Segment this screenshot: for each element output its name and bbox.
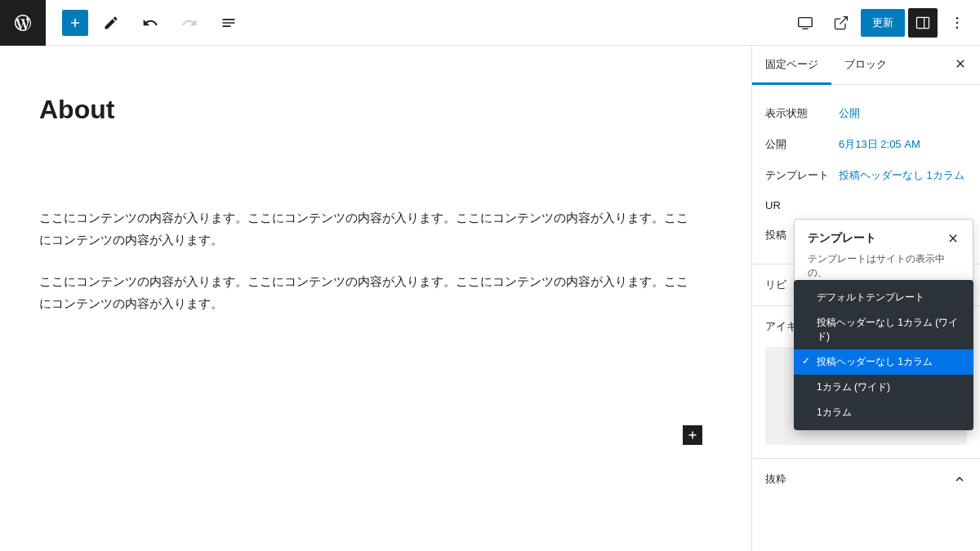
excerpt-section: 抜粋 — [752, 458, 980, 500]
redo-icon — [173, 7, 206, 39]
revisions-label: リビ — [765, 278, 786, 292]
close-popover-icon[interactable] — [947, 232, 960, 245]
dropdown-item[interactable]: 投稿ヘッダーなし 1カラム — [794, 349, 973, 375]
svg-point-3 — [956, 21, 959, 24]
document-outline-icon[interactable] — [212, 7, 245, 39]
editor-canvas[interactable]: About ここにコンテンツの内容が入ります。ここにコンテンツの内容が入ります。… — [0, 46, 751, 551]
dropdown-item[interactable]: 投稿ヘッダーなし 1カラム (ワイド) — [794, 310, 973, 349]
dropdown-item[interactable]: 1カラム — [794, 400, 973, 425]
top-toolbar: 更新 — [0, 0, 980, 46]
svg-rect-0 — [799, 17, 813, 26]
tab-block[interactable]: ブロック — [831, 46, 900, 84]
wordpress-logo[interactable] — [0, 0, 46, 46]
publish-field: 公開 6月13日 2:05 AM — [765, 129, 967, 160]
device-preview-icon[interactable] — [789, 7, 822, 39]
edit-icon[interactable] — [95, 7, 127, 39]
toolbar-right-group: 更新 — [789, 7, 980, 39]
add-block-button[interactable] — [62, 10, 88, 36]
status-value[interactable]: 公開 — [839, 106, 967, 121]
url-label: UR — [765, 199, 839, 211]
external-link-icon[interactable] — [825, 7, 858, 39]
url-field: UR — [765, 191, 967, 220]
template-dropdown: デフォルトテンプレート 投稿ヘッダーなし 1カラム (ワイド) 投稿ヘッダーなし… — [794, 280, 973, 430]
undo-icon[interactable] — [134, 7, 167, 39]
excerpt-header[interactable]: 抜粋 — [752, 459, 980, 500]
excerpt-label: 抜粋 — [765, 472, 786, 487]
publish-label: 公開 — [765, 137, 839, 152]
sidebar-tabs: 固定ページ ブロック — [752, 46, 980, 85]
svg-point-2 — [956, 16, 959, 19]
template-popover: テンプレート テンプレートはサイトの表示中の、 — [794, 219, 973, 289]
chevron-up-icon — [952, 472, 967, 487]
svg-point-4 — [956, 26, 959, 29]
paragraph-block[interactable]: ここにコンテンツの内容が入ります。ここにコンテンツの内容が入ります。ここにコンテ… — [39, 270, 693, 314]
content-area: ここにコンテンツの内容が入ります。ここにコンテンツの内容が入ります。ここにコンテ… — [39, 207, 712, 314]
svg-rect-1 — [917, 17, 929, 28]
close-sidebar-icon[interactable] — [941, 46, 980, 84]
toolbar-left-group — [46, 7, 245, 39]
template-value[interactable]: 投稿ヘッダーなし 1カラム — [839, 168, 967, 183]
update-button[interactable]: 更新 — [861, 9, 905, 37]
status-field: 表示状態 公開 — [765, 98, 967, 129]
popover-title: テンプレート — [808, 231, 876, 246]
template-label: テンプレート — [765, 168, 839, 183]
tab-page[interactable]: 固定ページ — [752, 46, 831, 84]
popover-header: テンプレート — [795, 220, 973, 252]
page-title[interactable]: About — [39, 95, 712, 125]
status-label: 表示状態 — [765, 106, 839, 121]
sidebar-toggle-button[interactable] — [908, 8, 938, 38]
publish-value[interactable]: 6月13日 2:05 AM — [839, 137, 967, 152]
dropdown-item[interactable]: デフォルトテンプレート — [794, 285, 973, 310]
add-block-inline-button[interactable] — [683, 425, 702, 445]
dropdown-item[interactable]: 1カラム (ワイド) — [794, 375, 973, 400]
paragraph-block[interactable]: ここにコンテンツの内容が入ります。ここにコンテンツの内容が入ります。ここにコンテ… — [39, 207, 693, 251]
more-options-icon[interactable] — [941, 7, 973, 39]
template-field: テンプレート 投稿ヘッダーなし 1カラム — [765, 160, 967, 191]
